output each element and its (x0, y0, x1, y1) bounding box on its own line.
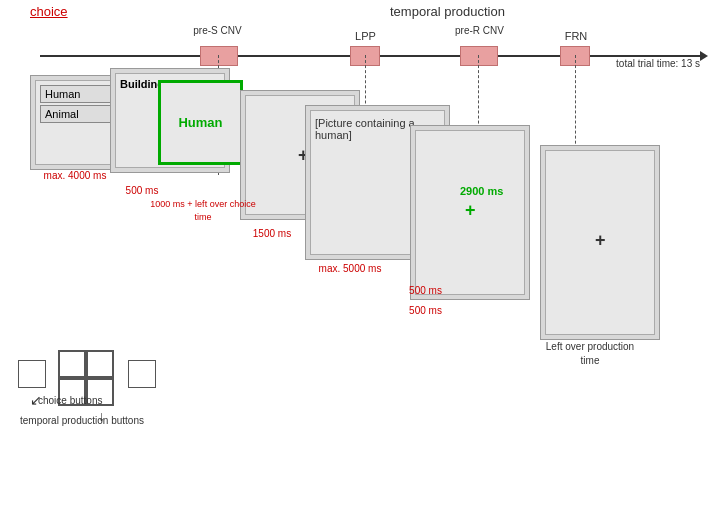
500ms-2-label: 500 ms (398, 285, 453, 296)
2900ms-label: 2900 ms (460, 185, 503, 197)
500ms-3-label: 500 ms (398, 305, 453, 316)
max-4000ms-label: max. 4000 ms (30, 170, 120, 181)
diagram-container: choice temporal production pre-S CNV LPP… (0, 0, 712, 509)
1500ms-label: 1500 ms (242, 228, 302, 239)
choice-label: choice (30, 4, 68, 19)
500ms-1-label: 500 ms (112, 185, 172, 196)
left-over-label: Left over production time (540, 340, 640, 368)
temporal-production-label: temporal production (390, 4, 505, 19)
pre-r-cnv-label: pre-R CNV (452, 25, 507, 36)
plus-final: + (595, 230, 606, 251)
frn-label: FRN (556, 30, 596, 42)
green-plus-1: + (465, 200, 476, 221)
1000ms-label: 1000 ms + left over choice time (148, 198, 258, 224)
green-human-text: Human (178, 115, 222, 130)
choice-buttons-label: choice buttons (38, 395, 103, 406)
green-human-screen: Human (158, 80, 243, 165)
grid-cell-tr (87, 351, 113, 377)
pre-r-cnv-marker (460, 46, 498, 66)
pre-s-cnv-marker (200, 46, 238, 66)
grid-cell-tl (59, 351, 85, 377)
single-button-2 (128, 360, 156, 388)
temporal-buttons-label: temporal production buttons (20, 415, 144, 426)
total-trial-time: total trial time: 13 s (616, 58, 700, 69)
single-button-1 (18, 360, 46, 388)
max-5000ms-label: max. 5000 ms (310, 263, 390, 274)
lpp-label: LPP (348, 30, 383, 42)
pre-s-cnv-label: pre-S CNV (190, 25, 245, 36)
